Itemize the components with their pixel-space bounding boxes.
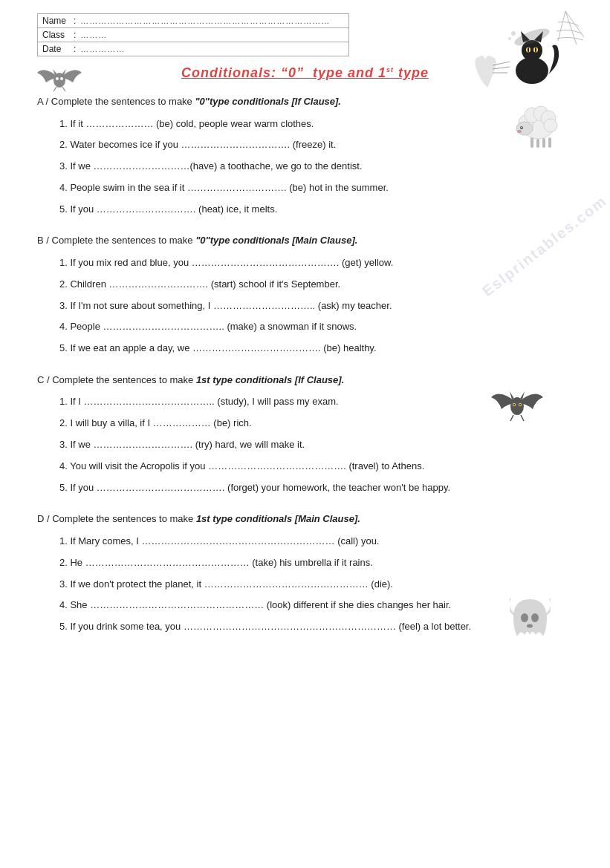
list-item: 3. If I'm not sure about something, I ……… [59, 298, 573, 314]
date-row: Date : …………… [38, 42, 348, 56]
svg-rect-36 [542, 138, 545, 148]
list-item: 5. If you …………………………………. (forget) your h… [59, 480, 573, 496]
svg-rect-34 [530, 137, 533, 148]
class-label: Class [42, 30, 74, 40]
list-item: 1. If you mix red and blue, you ……………………… [59, 255, 573, 271]
svg-point-13 [508, 37, 511, 40]
svg-point-18 [60, 77, 63, 80]
list-item: 3. If we …………………………. (try) hard, we will… [59, 437, 573, 453]
svg-rect-37 [548, 137, 551, 148]
list-item: 4. She ……………………………………………… (look) differe… [59, 598, 573, 613]
section-b-list: 1. If you mix red and blue, you ……………………… [37, 255, 573, 356]
list-item: 4. People swim in the sea if it ……………………… [59, 180, 573, 196]
svg-line-2 [565, 11, 577, 45]
section-c: C / Complete the sentences to make 1st t… [37, 373, 573, 495]
svg-point-8 [533, 48, 538, 53]
svg-point-4 [522, 40, 542, 61]
worksheet-title: Conditionals: “0” type and 1st type [181, 65, 429, 81]
title-area: Conditionals: “0” type and 1st type [37, 65, 573, 81]
name-value: ………………………………………………………………………… [80, 16, 330, 25]
date-label: Date [42, 44, 74, 54]
svg-point-30 [516, 122, 533, 135]
list-item: 4. People ……………………………….. (make) a snowma… [59, 319, 573, 335]
svg-point-48 [531, 613, 539, 622]
list-item: 2. Water becomes ice if you …………………………….… [59, 137, 573, 153]
sheep-decoration [510, 102, 565, 152]
svg-point-7 [526, 48, 530, 53]
svg-point-29 [544, 119, 557, 132]
worksheet-page: Name : ………………………………………………………………………… Clas… [0, 0, 610, 868]
title-deco-svg [461, 50, 513, 95]
svg-point-33 [517, 130, 522, 133]
section-b: B / Complete the sentences to make "0"ty… [37, 233, 573, 356]
svg-point-9 [528, 48, 529, 53]
bat-icon-svg [37, 62, 82, 95]
bat-c-svg [491, 384, 543, 422]
list-item: 5. If you …………………………. (heat) ice, it mel… [59, 202, 573, 218]
section-d-list: 1. If Mary comes, I ……………………………………………………… [37, 534, 573, 635]
list-item: 1. If it ………………… (be) cold, people wear … [59, 117, 573, 132]
name-label: Name [42, 16, 74, 26]
name-row: Name : ………………………………………………………………………… [38, 14, 348, 28]
bat-section-c-decoration [491, 384, 543, 425]
list-item: 1. If Mary comes, I ……………………………………………………… [59, 534, 573, 549]
list-item: 2. He …………………………………………… (take) his umbre… [59, 555, 573, 571]
svg-marker-6 [534, 31, 543, 42]
svg-point-14 [53, 73, 65, 88]
svg-point-32 [521, 127, 522, 128]
svg-point-47 [521, 613, 528, 622]
section-d-title: D / Complete the sentences to make 1st t… [37, 512, 573, 526]
svg-line-45 [510, 415, 513, 421]
svg-point-17 [56, 77, 59, 80]
sheep-svg [510, 102, 565, 150]
date-value: …………… [80, 45, 125, 53]
list-item: 5. If you drink some tea, you …………………………… [59, 619, 573, 635]
svg-line-46 [521, 415, 524, 421]
ghost-decoration [510, 592, 551, 642]
svg-point-43 [513, 404, 515, 405]
section-a: A / Complete the sentences to make "0"ty… [37, 94, 573, 217]
svg-point-38 [510, 397, 524, 415]
bat-left-icon [37, 62, 82, 97]
list-item: 2. Children …………………………. (start) school i… [59, 277, 573, 293]
svg-line-20 [62, 87, 65, 91]
section-a-title: A / Complete the sentences to make "0"ty… [37, 94, 573, 109]
svg-point-49 [527, 624, 533, 627]
svg-line-19 [53, 87, 56, 91]
list-item: 4. You will visit the Acropolis if you …… [59, 459, 573, 474]
svg-point-11 [513, 25, 551, 49]
list-item: 3. If we don't protect the planet, it ……… [59, 577, 573, 593]
svg-marker-5 [521, 31, 530, 42]
svg-line-0 [565, 11, 584, 37]
list-item: 5. If we eat an apple a day, we ……………………… [59, 341, 573, 356]
svg-point-12 [511, 31, 516, 36]
ghost-svg [510, 592, 551, 640]
svg-point-10 [535, 48, 536, 53]
title-right-deco [461, 50, 513, 97]
svg-rect-35 [536, 139, 539, 148]
svg-point-44 [519, 404, 521, 405]
class-value: ……… [80, 30, 107, 39]
svg-line-1 [558, 11, 565, 41]
section-d: D / Complete the sentences to make 1st t… [37, 512, 573, 634]
info-box: Name : ………………………………………………………………………… Clas… [37, 13, 349, 56]
list-item: 3. If we …………………………(have) a toothache, w… [59, 159, 573, 174]
section-a-list: 1. If it ………………… (be) cold, people wear … [37, 117, 573, 218]
class-row: Class : ……… [38, 28, 348, 42]
section-b-title: B / Complete the sentences to make "0"ty… [37, 233, 573, 248]
